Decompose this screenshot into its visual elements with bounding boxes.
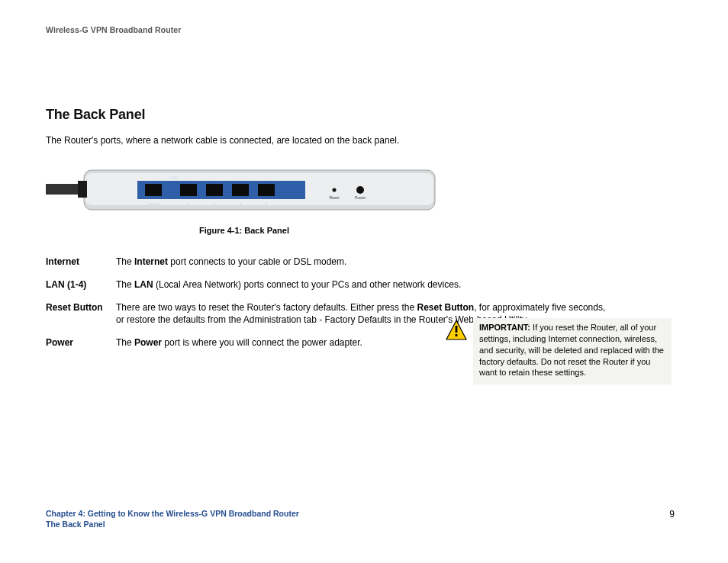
svg-text:2: 2	[214, 201, 216, 206]
desc-lan: The LAN (Local Area Network) ports conne…	[116, 273, 610, 296]
term-internet: Internet	[46, 250, 116, 273]
important-callout: IMPORTANT: If you reset the Router, all …	[473, 318, 672, 384]
fig-label-reset: Reset	[329, 195, 340, 200]
warning-icon	[446, 320, 467, 341]
page-footer: Chapter 4: Getting to Know the Wireless-…	[46, 508, 675, 529]
section-title: The Back Panel	[46, 105, 675, 124]
table-row: Internet The Internet port connects to y…	[46, 250, 610, 273]
section-intro: The Router's ports, where a network cabl…	[46, 134, 675, 146]
callout-text: IMPORTANT: If you reset the Router, all …	[479, 322, 665, 378]
page-number: 9	[669, 508, 675, 520]
figure-back-panel: Internet LAN 1 2 3 4 Reset Power Figure …	[46, 164, 443, 236]
svg-text:1: 1	[188, 201, 190, 206]
running-header: Wireless-G VPN Broadband Router	[46, 24, 675, 35]
term-power: Power	[46, 331, 116, 354]
desc-internet: The Internet port connects to your cable…	[116, 250, 610, 273]
svg-rect-17	[456, 326, 458, 333]
figure-caption: Figure 4-1: Back Panel	[46, 225, 443, 236]
svg-rect-6	[180, 184, 197, 196]
footer-chapter: Chapter 4: Getting to Know the Wireless-…	[46, 508, 675, 519]
term-lan: LAN (1-4)	[46, 273, 116, 296]
svg-point-11	[356, 186, 364, 194]
fig-label-internet: Internet	[147, 201, 161, 206]
svg-text:3: 3	[240, 201, 242, 206]
svg-rect-9	[258, 184, 275, 196]
svg-rect-18	[456, 334, 458, 336]
svg-rect-5	[145, 184, 162, 196]
svg-rect-8	[232, 184, 249, 196]
table-row: LAN (1-4) The LAN (Local Area Network) p…	[46, 273, 610, 296]
fig-label-power: Power	[355, 195, 366, 200]
term-reset: Reset Button	[46, 296, 116, 331]
footer-subtitle: The Back Panel	[46, 519, 675, 529]
router-illustration: Internet LAN 1 2 3 4 Reset Power	[46, 164, 443, 220]
fig-label-lan: LAN	[170, 175, 178, 180]
svg-point-10	[333, 188, 337, 191]
svg-rect-3	[78, 181, 87, 198]
svg-text:4: 4	[266, 201, 268, 206]
svg-rect-7	[206, 184, 223, 196]
